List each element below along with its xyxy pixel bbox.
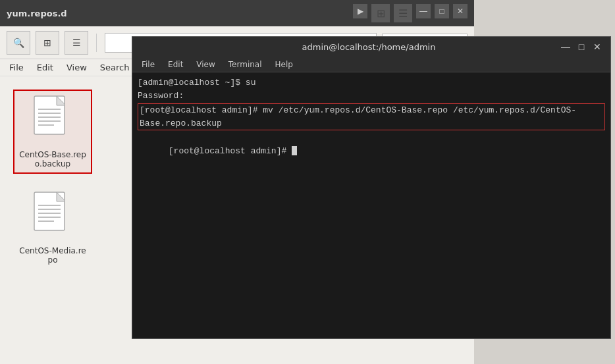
- terminal-window: admin@localhost:/home/admin — □ ✕ File E…: [132, 36, 611, 339]
- terminal-menu-view[interactable]: View: [191, 59, 220, 70]
- terminal-menu-file[interactable]: File: [136, 59, 160, 70]
- terminal-close-btn[interactable]: ✕: [591, 40, 604, 53]
- menu-search[interactable]: Search: [95, 61, 135, 74]
- terminal-titlebar: admin@localhost:/home/admin — □ ✕: [132, 37, 610, 57]
- view-grid-btn[interactable]: ☰: [65, 31, 88, 55]
- view-toggle-1[interactable]: ⊞: [371, 4, 390, 22]
- file-manager-titlebar: yum.repos.d ▶ ⊞ ☰ — □ ✕: [0, 0, 474, 26]
- terminal-menu-help[interactable]: Help: [270, 59, 298, 70]
- toolbar-separator: [96, 34, 97, 52]
- file-icon-media: [32, 191, 74, 244]
- terminal-minimize-btn[interactable]: —: [559, 40, 572, 53]
- menu-file[interactable]: File: [4, 61, 29, 74]
- terminal-menu-terminal[interactable]: Terminal: [223, 59, 267, 70]
- terminal-controls: — □ ✕: [559, 40, 604, 53]
- terminal-line-2: Password:: [138, 90, 605, 103]
- terminal-cursor: [292, 146, 297, 155]
- list-item[interactable]: CentOS-Media.repo: [13, 187, 92, 269]
- terminal-maximize-btn[interactable]: □: [575, 40, 588, 53]
- titlebar-controls: ▶ ⊞ ☰ — □ ✕: [353, 4, 468, 22]
- terminal-body[interactable]: [admin@localhost ~]$ su Password: [root@…: [132, 72, 610, 338]
- terminal-title: admin@localhost:/home/admin: [178, 42, 559, 52]
- terminal-prompt-line: [root@localhost admin]#: [138, 132, 605, 170]
- minimize-btn[interactable]: —: [416, 4, 431, 18]
- file-name-backup: CentOS-Base.repo.backup: [18, 150, 87, 169]
- close-btn[interactable]: ✕: [453, 4, 468, 18]
- menu-view[interactable]: View: [61, 61, 92, 74]
- list-item[interactable]: CentOS-Base.repo.backup: [13, 90, 92, 174]
- terminal-menu-edit[interactable]: Edit: [163, 59, 188, 70]
- restore-btn[interactable]: □: [435, 4, 449, 18]
- menu-edit[interactable]: Edit: [32, 61, 59, 74]
- file-icon-backup: [32, 95, 74, 147]
- expand-btn[interactable]: ▶: [353, 4, 367, 18]
- view-toggle-2[interactable]: ☰: [394, 4, 412, 22]
- file-name-media: CentOS-Media.repo: [17, 246, 88, 265]
- view-list-btn[interactable]: ⊞: [36, 31, 59, 55]
- search-toolbar-btn[interactable]: 🔍: [7, 31, 30, 55]
- terminal-highlighted-command: [root@localhost admin]# mv /etc/yum.repo…: [138, 103, 605, 130]
- terminal-line-1: [admin@localhost ~]$ su: [138, 76, 605, 90]
- terminal-menubar: File Edit View Terminal Help: [132, 57, 610, 72]
- file-manager-title: yum.repos.d: [7, 9, 67, 18]
